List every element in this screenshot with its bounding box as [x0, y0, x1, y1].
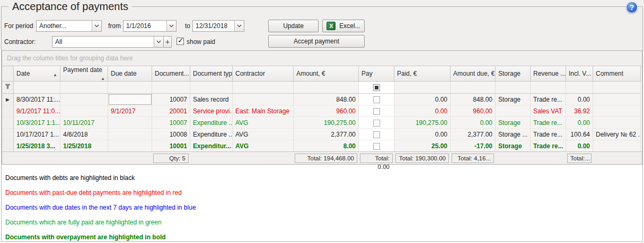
cell-storage[interactable]: Storage	[496, 117, 531, 129]
cell-comment[interactable]	[593, 105, 641, 117]
cell-doc_num[interactable]: 20001	[152, 105, 190, 117]
header-doc_type[interactable]: Document type	[190, 66, 233, 82]
cell-amount_due[interactable]: 2,377.00	[451, 129, 496, 140]
cell-amount_due[interactable]: 0.00	[451, 117, 496, 129]
cell-date[interactable]: 10/17/2017 1...	[14, 129, 60, 140]
excel-button[interactable]: X Excel...	[322, 20, 365, 32]
cell-date[interactable]: 1/25/2018 3...	[14, 140, 60, 152]
header-storage[interactable]: Storage	[496, 66, 531, 82]
cell-pay[interactable]	[359, 129, 394, 140]
table-row[interactable]: 1/25/2018 3...1/25/201810001Expenditur..…	[2, 140, 641, 152]
cell-revenue[interactable]: Trade re...	[531, 140, 566, 152]
cell-incl_vat[interactable]: 0.00	[566, 117, 593, 129]
chevron-down-icon[interactable]	[166, 21, 176, 31]
cell-storage[interactable]: Storage ...	[496, 129, 531, 140]
cell-doc_type[interactable]: Service provi...	[190, 105, 233, 117]
to-date-input[interactable]: 12/31/2018	[192, 20, 244, 32]
filter-cell-storage[interactable]	[496, 82, 531, 94]
from-date-input[interactable]: 1/1/2016	[123, 20, 177, 32]
cell-amount[interactable]: 8.00	[294, 140, 359, 152]
cell-date[interactable]: 9/1/2017 11:0...	[14, 105, 60, 117]
cell-amount_due[interactable]: 848.00	[451, 94, 496, 105]
cell-amount_due[interactable]: -17.00	[451, 140, 496, 152]
cell-pay[interactable]	[359, 94, 394, 105]
filter-cell-contractor[interactable]	[233, 82, 294, 94]
cell-pay[interactable]	[359, 105, 394, 117]
header-doc_num[interactable]: Document...	[152, 66, 190, 82]
filter-cell-payment_date[interactable]	[60, 82, 108, 94]
cell-pay[interactable]	[359, 140, 394, 152]
cell-contractor[interactable]: East: Main Storage	[233, 105, 294, 117]
header-paid[interactable]: Paid, €	[394, 66, 451, 82]
cell-storage[interactable]	[496, 105, 531, 117]
pay-checkbox[interactable]	[373, 131, 380, 138]
cell-date[interactable]: 10/3/2017 1:1...	[14, 117, 60, 129]
cell-storage[interactable]: Storage	[496, 94, 531, 105]
chevron-down-icon[interactable]	[154, 37, 163, 47]
table-row[interactable]: 9/1/2017 11:0...9/1/201720001Service pro…	[2, 105, 641, 117]
cell-revenue[interactable]: Trade re...	[531, 94, 566, 105]
cell-payment_date[interactable]	[60, 94, 108, 105]
chevron-down-icon[interactable]	[92, 21, 101, 31]
cell-amount[interactable]: 2,377.00	[294, 129, 359, 140]
cell-pay[interactable]	[359, 117, 394, 129]
cell-doc_type[interactable]: Expenditure ...	[190, 129, 233, 140]
filter-cell-comment[interactable]	[593, 82, 641, 94]
header-due_date[interactable]: Due date	[108, 66, 152, 82]
cell-due_date[interactable]	[108, 129, 152, 140]
cell-due_date[interactable]: 9/1/2017	[108, 105, 152, 117]
cell-incl_vat[interactable]: 36.92	[566, 105, 593, 117]
cell-comment[interactable]	[593, 140, 641, 152]
cell-doc_type[interactable]: Expenditure ...	[190, 117, 233, 129]
cell-doc_num[interactable]: 10001	[152, 140, 190, 152]
cell-revenue[interactable]: Trade re...	[531, 129, 566, 140]
header-amount_due[interactable]: Amount due, €	[451, 66, 496, 82]
cell-due_date[interactable]	[108, 94, 152, 105]
cell-payment_date[interactable]: 10/11/2017	[60, 117, 108, 129]
cell-paid[interactable]: 25.00	[394, 140, 451, 152]
table-row[interactable]: 10/3/2017 1:1...10/11/201710007Expenditu…	[2, 117, 641, 129]
cell-date[interactable]: 8/30/2017 11:...	[14, 94, 60, 105]
cell-amount[interactable]: 848.00	[294, 94, 359, 105]
filter-cell-amount[interactable]	[294, 82, 359, 94]
cell-contractor[interactable]: AVG	[233, 117, 294, 129]
chevron-down-icon[interactable]	[234, 21, 244, 31]
filter-cell-pay[interactable]	[359, 82, 394, 94]
table-row[interactable]: ▶8/30/2017 11:...10007Sales record848.00…	[2, 94, 641, 105]
cell-doc_num[interactable]: 10007	[152, 117, 190, 129]
filter-cell-indicator[interactable]	[2, 82, 14, 94]
cell-revenue[interactable]: Sales VAT	[531, 105, 566, 117]
cell-doc_type[interactable]: Sales record	[190, 94, 233, 105]
cell-revenue[interactable]: Trade re...	[531, 117, 566, 129]
cell-paid[interactable]: 0.00	[394, 105, 451, 117]
accept-payment-button[interactable]: Accept payment	[268, 35, 365, 48]
add-contractor-button[interactable]: +	[163, 36, 172, 48]
pay-filter-checkbox[interactable]	[373, 84, 380, 91]
cell-contractor[interactable]	[233, 94, 294, 105]
filter-cell-incl_vat[interactable]	[566, 82, 593, 94]
header-incl_vat[interactable]: Incl. V...	[566, 66, 593, 82]
group-by-panel[interactable]: Drag the column titles for grouping data…	[2, 51, 642, 66]
cell-incl_vat[interactable]: 0.00	[566, 94, 593, 105]
pay-checkbox[interactable]	[373, 120, 380, 127]
filter-cell-revenue[interactable]	[531, 82, 566, 94]
header-pay[interactable]: Pay	[359, 66, 394, 82]
cell-payment_date[interactable]	[60, 105, 108, 117]
update-button[interactable]: Update	[268, 20, 319, 32]
filter-cell-due_date[interactable]	[108, 82, 152, 94]
cell-due_date[interactable]	[108, 140, 152, 152]
header-amount[interactable]: Amount, €	[294, 66, 359, 82]
pay-checkbox[interactable]	[373, 108, 380, 115]
cell-payment_date[interactable]: 4/6/2018	[60, 129, 108, 140]
help-button[interactable]: ?	[626, 2, 638, 13]
table-row[interactable]: 10/17/2017 1...4/6/201810008Expenditure …	[2, 129, 641, 140]
cell-incl_vat[interactable]: 0.00	[566, 140, 593, 152]
filter-cell-amount_due[interactable]	[451, 82, 496, 94]
header-revenue[interactable]: Revenue ...	[531, 66, 566, 82]
filter-cell-doc_type[interactable]	[190, 82, 233, 94]
filter-cell-paid[interactable]	[394, 82, 451, 94]
pay-checkbox[interactable]	[373, 143, 380, 150]
cell-incl_vat[interactable]: 100.64	[566, 129, 593, 140]
header-payment_date[interactable]: Payment date▲	[60, 66, 108, 82]
header-comment[interactable]: Comment	[593, 66, 641, 82]
